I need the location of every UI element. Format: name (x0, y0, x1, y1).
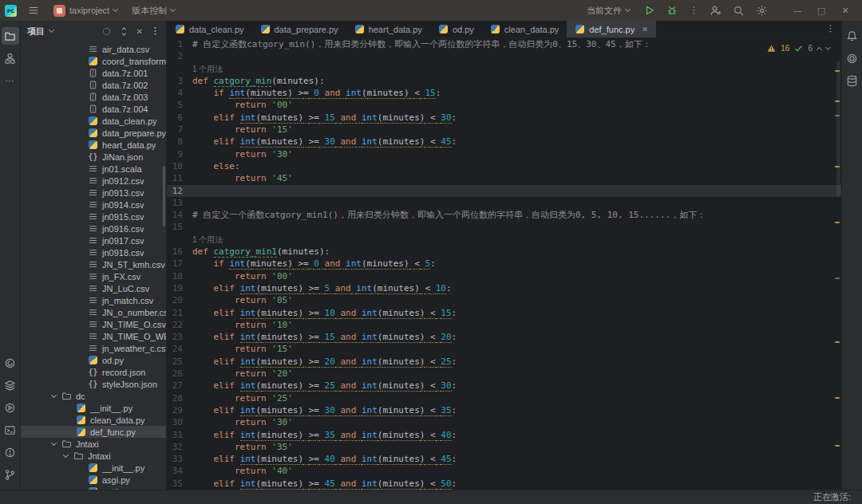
notifications-bell-icon[interactable] (844, 27, 861, 45)
tree-item-data-7z-001[interactable]: data.7z.001 (21, 67, 166, 79)
tree-item-clean-data-py[interactable]: clean_data.py (21, 414, 166, 426)
tree-item-air-data-csv[interactable]: air_data.csv (21, 43, 166, 55)
tree-item-jinan-json[interactable]: {}JiNan.json (21, 151, 166, 163)
tab-data-clean-py[interactable]: data_clean.py (167, 21, 252, 37)
line-number[interactable]: 21 (167, 307, 192, 319)
problems-icon[interactable] (2, 443, 19, 461)
tree-item-jn-5t-kmh-csv[interactable]: JN_5T_kmh.csv (21, 258, 166, 270)
line-number[interactable]: 30 (167, 416, 192, 428)
tree-item-jntaxi[interactable]: Jntaxi (21, 438, 166, 450)
search-icon[interactable] (733, 5, 745, 17)
editor-scrollbar-thumb[interactable] (836, 61, 840, 196)
python-console-icon[interactable] (2, 354, 19, 372)
tree-item-jn-luc-csv[interactable]: JN_LuC.csv (21, 282, 166, 294)
tree-item-dc[interactable]: dc (21, 390, 166, 402)
run-icon[interactable] (644, 5, 655, 16)
line-number[interactable] (167, 234, 192, 246)
maximize-icon[interactable]: □ (809, 0, 833, 21)
more-toolwindows-icon[interactable]: ⋯ (2, 72, 19, 89)
tree-item-jn-time-o-week-csv[interactable]: JN_TIME_O_WEEK.csv (21, 330, 166, 342)
tree-item-jn-weather-c-csv[interactable]: jn_weather_c.csv (21, 342, 166, 354)
tree-scrollbar[interactable] (163, 166, 165, 226)
line-number[interactable]: 8 (167, 136, 192, 148)
tree-item-coord-transform-py[interactable]: coord_transform.py (21, 55, 166, 67)
line-number[interactable]: 9 (167, 148, 192, 160)
vcs-widget[interactable]: 版本控制 (129, 2, 178, 19)
line-number[interactable]: 16 (167, 246, 192, 258)
line-number[interactable]: 27 (167, 380, 192, 392)
add-user-icon[interactable] (710, 5, 722, 17)
tree-item-settings-py[interactable]: settings.py (21, 486, 166, 490)
line-number[interactable]: 13 (167, 197, 192, 209)
line-number[interactable]: 2 (167, 50, 192, 62)
line-number[interactable]: 17 (167, 258, 192, 270)
tree-item-data-prepare-py[interactable]: data_prepare.py (21, 127, 166, 139)
tree-item-jn-o-number-csv[interactable]: JN_o_number.csv (21, 306, 166, 318)
line-number[interactable]: 26 (167, 368, 192, 380)
tree-item-heart-data-py[interactable]: heart_data.py (21, 139, 166, 151)
tree-item--init-py[interactable]: __init__.py (21, 402, 166, 414)
line-number[interactable]: 35 (167, 478, 192, 490)
tree-item-def-func-py[interactable]: def_func.py (21, 426, 166, 438)
tree-item-od-py[interactable]: od.py (21, 354, 166, 366)
prev-problem-icon[interactable] (817, 46, 822, 52)
tree-item-data-clean-py[interactable]: data_clean.py (21, 115, 166, 127)
minimize-icon[interactable]: — (785, 0, 809, 21)
tree-item-jn0917-csv[interactable]: jn0917.csv (21, 234, 166, 246)
line-number[interactable]: 33 (167, 453, 192, 465)
line-number[interactable]: 25 (167, 356, 192, 368)
settings-gear-icon[interactable] (756, 5, 768, 17)
project-selector[interactable]: taxiproject (50, 2, 121, 19)
services-icon[interactable] (2, 399, 19, 416)
tree-item-jn0912-csv[interactable]: jn0912.csv (21, 175, 166, 187)
tree-item-jn-time-o-csv[interactable]: JN_TIME_O.csv (21, 318, 166, 330)
hamburger-menu-icon[interactable] (25, 2, 42, 19)
close-icon[interactable]: ✕ (833, 0, 857, 21)
tree-item-jn0913-csv[interactable]: jn0913.csv (21, 187, 166, 199)
tab-def-func-py[interactable]: def_func.py✕ (567, 21, 655, 37)
locate-file-icon[interactable] (101, 26, 112, 37)
ai-assistant-icon[interactable] (844, 49, 861, 67)
line-number[interactable]: 11 (167, 172, 192, 184)
database-icon[interactable] (844, 72, 861, 89)
version-control-icon[interactable] (2, 466, 19, 483)
tree-item-record-json[interactable]: {}record.json (21, 366, 166, 378)
code-area[interactable]: 1# 自定义函数catgory_min()，用来归类分钟数，即输入一个两位数的字… (167, 38, 841, 490)
chevron-down-icon[interactable] (63, 452, 69, 458)
tree-item-jn0915-csv[interactable]: jn0915.csv (21, 211, 166, 222)
chevron-down-icon[interactable] (51, 392, 57, 398)
terminal-icon[interactable] (2, 421, 19, 439)
tab-od-py[interactable]: od.py (430, 21, 482, 37)
tree-item-asgi-py[interactable]: asgi.py (21, 474, 166, 486)
tree-item-jn0918-csv[interactable]: jn0918.csv (21, 246, 166, 258)
line-number[interactable]: 7 (167, 124, 192, 136)
line-number[interactable]: 19 (167, 282, 192, 294)
line-number[interactable]: 29 (167, 404, 192, 416)
hide-icon[interactable]: ✕ (136, 27, 143, 36)
error-stripe[interactable] (833, 38, 841, 490)
next-problem-icon[interactable] (825, 45, 831, 50)
tree-item-data-7z-002[interactable]: data.7z.002 (21, 79, 166, 91)
line-number[interactable]: 5 (167, 99, 192, 111)
inspections-widget[interactable]: 16 6 (764, 42, 833, 54)
line-number[interactable]: 22 (167, 319, 192, 331)
line-number[interactable]: 10 (167, 160, 192, 172)
line-number[interactable]: 15 (167, 221, 192, 233)
more-icon[interactable]: ⋯ (689, 6, 699, 15)
line-number[interactable]: 31 (167, 429, 192, 441)
options-kebab-icon[interactable]: ⋯ (150, 26, 160, 36)
line-number[interactable]: 14 (167, 209, 192, 221)
tree-item-jn0914-csv[interactable]: jn0914.csv (21, 199, 166, 211)
debug-icon[interactable] (666, 5, 678, 16)
tab-options-kebab-icon[interactable]: ⋯ (819, 21, 841, 37)
line-number[interactable]: 1 (167, 38, 192, 50)
structure-icon[interactable] (2, 49, 19, 67)
python-packages-icon[interactable] (2, 376, 19, 394)
line-number[interactable]: 28 (167, 392, 192, 404)
chevron-down-icon[interactable] (51, 440, 57, 446)
tab-heart-data-py[interactable]: heart_data.py (346, 21, 430, 37)
tab-data-prepare-py[interactable]: data_prepare.py (252, 21, 346, 37)
tab-clean-data-py[interactable]: clean_data.py (482, 21, 567, 37)
line-number[interactable]: 20 (167, 294, 192, 306)
line-number[interactable]: 4 (167, 87, 192, 99)
